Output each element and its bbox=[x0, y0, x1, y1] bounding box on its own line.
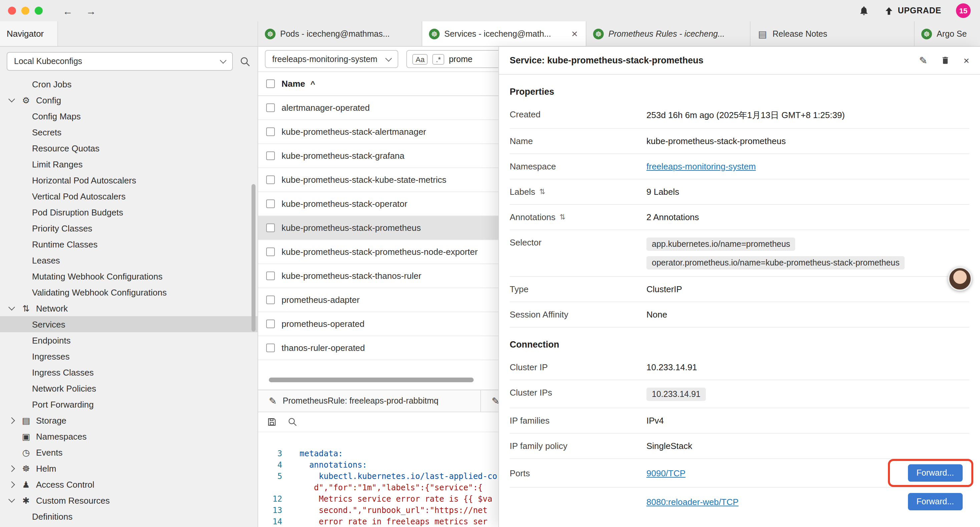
sidebar-item[interactable]: Definitions bbox=[0, 508, 258, 524]
sidebar-item[interactable]: ▣ Namespaces bbox=[0, 428, 258, 444]
regex-toggle[interactable]: .* bbox=[433, 54, 444, 64]
row-name: kube-prometheus-stack-alertmanager bbox=[282, 127, 426, 137]
sidebar-item[interactable]: Horizontal Pod Autoscalers bbox=[0, 172, 258, 188]
field-label: Cluster IPs bbox=[510, 387, 646, 398]
close-tab-icon[interactable]: × bbox=[570, 29, 579, 39]
sidebar-item[interactable]: ✱ Custom Resources bbox=[0, 492, 258, 508]
row-checkbox[interactable] bbox=[266, 127, 275, 136]
sidebar-item[interactable]: Limit Ranges bbox=[0, 156, 258, 172]
row-checkbox[interactable] bbox=[266, 175, 275, 184]
row-checkbox[interactable] bbox=[266, 199, 275, 208]
field-label: Selector bbox=[510, 237, 646, 247]
field-label: Annotations bbox=[510, 212, 555, 222]
port-link[interactable]: 9090/TCP bbox=[646, 468, 686, 478]
sidebar-item[interactable]: ⚙ Config bbox=[0, 92, 258, 108]
tab[interactable]: ☸ Pods - icecheng@mathmas... × bbox=[258, 21, 422, 46]
detail-row-selector: Selector app.kubernetes.io/name=promethe… bbox=[510, 230, 969, 277]
sort-ascending-icon[interactable]: ^ bbox=[310, 79, 315, 88]
line-text: error rate in freeleaps metrics ser bbox=[299, 516, 488, 527]
port-link[interactable]: 8080:reloader-web/TCP bbox=[646, 497, 738, 507]
sidebar-item[interactable]: Mutating Webhook Configurations bbox=[0, 268, 258, 284]
access-control-icon: ♟ bbox=[20, 479, 32, 489]
name-column-header[interactable]: Name bbox=[282, 79, 305, 89]
delete-icon[interactable] bbox=[941, 56, 950, 65]
dock-tab-prometheusrule[interactable]: ✎ PrometheusRule: freeleaps-prod-rabbitm… bbox=[258, 390, 481, 412]
detail-row-port-8080: 8080:reloader-web/TCP Forward... bbox=[510, 488, 969, 516]
match-case-toggle[interactable]: Aa bbox=[412, 54, 428, 64]
sidebar-item[interactable]: ⇅ Network bbox=[0, 300, 258, 316]
user-avatar[interactable] bbox=[948, 267, 972, 291]
row-checkbox[interactable] bbox=[266, 103, 275, 112]
edit-icon[interactable]: ✎ bbox=[919, 54, 927, 66]
row-checkbox[interactable] bbox=[266, 344, 275, 352]
sidebar-item[interactable]: Vertical Pod Autoscalers bbox=[0, 188, 258, 204]
forward-button[interactable]: Forward... bbox=[908, 493, 963, 510]
sort-toggle-icon[interactable]: ⇅ bbox=[559, 213, 565, 221]
line-number bbox=[258, 482, 282, 494]
upgrade-button[interactable]: UPGRADE bbox=[884, 6, 941, 16]
detail-header: Service: kube-prometheus-stack-prometheu… bbox=[499, 47, 980, 75]
sidebar-item[interactable]: Runtime Classes bbox=[0, 236, 258, 252]
notification-count-badge[interactable]: 15 bbox=[956, 3, 970, 18]
sidebar-item[interactable]: Config Maps bbox=[0, 108, 258, 124]
sidebar-item[interactable]: Validating Webhook Configurations bbox=[0, 284, 258, 300]
sidebar-item[interactable]: Resource Quotas bbox=[0, 140, 258, 156]
sidebar-item[interactable]: Priority Classes bbox=[0, 220, 258, 236]
sidebar-item-label: Validating Webhook Configurations bbox=[32, 287, 167, 297]
sidebar-item[interactable]: Services bbox=[0, 316, 258, 332]
notifications-bell-icon[interactable] bbox=[858, 5, 869, 16]
tab[interactable]: ☸ Argo Se × bbox=[915, 21, 980, 46]
sort-toggle-icon[interactable]: ⇅ bbox=[539, 188, 546, 196]
namespaces-icon: ▣ bbox=[20, 431, 32, 441]
sidebar-item[interactable]: Cron Jobs bbox=[0, 76, 258, 92]
tab[interactable]: ☸ Prometheus Rules - icecheng... × bbox=[586, 21, 751, 46]
scrollbar-thumb[interactable] bbox=[269, 377, 474, 382]
field-label: Session Affinity bbox=[510, 309, 646, 320]
tab[interactable]: ☸ Services - icecheng@math... × bbox=[422, 21, 586, 46]
sidebar-item[interactable]: Leases bbox=[0, 252, 258, 268]
sidebar-item[interactable]: Ingresses bbox=[0, 348, 258, 364]
sidebar-item[interactable]: ☸ Helm bbox=[0, 460, 258, 476]
zoom-window-button[interactable] bbox=[35, 7, 43, 15]
sidebar-item[interactable]: Pod Disruption Budgets bbox=[0, 204, 258, 220]
sidebar-item[interactable]: ◷ Events bbox=[0, 444, 258, 460]
row-checkbox[interactable] bbox=[266, 272, 275, 280]
row-checkbox[interactable] bbox=[266, 247, 275, 256]
tab-label: Prometheus Rules - icecheng... bbox=[608, 29, 743, 38]
sidebar-item[interactable]: Endpoints bbox=[0, 332, 258, 348]
sidebar-item[interactable]: Ingress Classes bbox=[0, 364, 258, 380]
kubeconfig-selector[interactable]: Local Kubeconfigs bbox=[7, 52, 233, 71]
sidebar-item-label: Runtime Classes bbox=[32, 239, 98, 249]
row-name: alertmanager-operated bbox=[282, 103, 370, 113]
sidebar-item-label: Secrets bbox=[32, 127, 61, 137]
dock-tab-label: PrometheusRule: freeleaps-prod-rabbitmq bbox=[283, 396, 438, 406]
close-window-button[interactable] bbox=[8, 7, 16, 15]
row-checkbox[interactable] bbox=[266, 320, 275, 328]
close-icon[interactable]: × bbox=[963, 55, 969, 66]
sidebar-item[interactable]: Port Forwarding bbox=[0, 396, 258, 412]
forward-button[interactable]: Forward... bbox=[908, 464, 963, 482]
field-value: 9 Labels bbox=[646, 186, 969, 197]
chevron-icon bbox=[8, 465, 15, 471]
editor-search-icon[interactable] bbox=[288, 417, 298, 427]
detail-row-created: Created 253d 16h 6m ago (2025年1月13日 GMT+… bbox=[510, 102, 969, 129]
sidebar-item[interactable]: ▤ Storage bbox=[0, 412, 258, 428]
forward-icon[interactable]: → bbox=[86, 5, 96, 16]
sidebar-search-icon[interactable] bbox=[240, 56, 251, 67]
row-name: kube-prometheus-stack-kube-state-metrics bbox=[282, 175, 446, 185]
namespace-filter[interactable]: freeleaps-monitoring-system bbox=[265, 50, 398, 68]
sidebar-item[interactable]: Network Policies bbox=[0, 380, 258, 396]
sidebar-scrollbar[interactable] bbox=[251, 184, 256, 331]
tab[interactable]: ▤ Release Notes × bbox=[751, 21, 915, 46]
namespace-link[interactable]: freeleaps-monitoring-system bbox=[646, 161, 756, 172]
save-icon[interactable] bbox=[267, 417, 277, 427]
sidebar-item[interactable]: ♟ Access Control bbox=[0, 476, 258, 492]
row-checkbox[interactable] bbox=[266, 296, 275, 304]
row-checkbox[interactable] bbox=[266, 223, 275, 232]
field-label: Labels bbox=[510, 187, 535, 197]
row-checkbox[interactable] bbox=[266, 151, 275, 160]
minimize-window-button[interactable] bbox=[21, 7, 29, 15]
sidebar-item[interactable]: Secrets bbox=[0, 124, 258, 140]
back-icon[interactable]: ← bbox=[63, 5, 73, 16]
select-all-checkbox[interactable] bbox=[266, 80, 275, 88]
